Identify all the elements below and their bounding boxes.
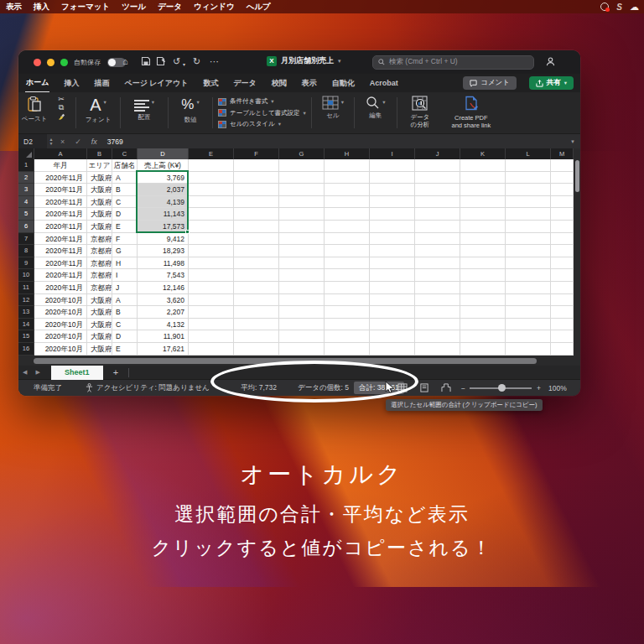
cell[interactable]: 大阪府 (87, 196, 112, 209)
cell[interactable]: 2020年11月 (34, 257, 87, 270)
cell[interactable] (506, 233, 551, 246)
cell[interactable] (325, 208, 370, 221)
analyze-data-button[interactable]: データの分析 (401, 92, 439, 133)
cell[interactable]: 大阪府 (87, 294, 112, 307)
cell[interactable] (189, 208, 234, 221)
paste-button[interactable]: ペースト (18, 92, 50, 133)
cell[interactable] (551, 184, 574, 196)
cut-icon[interactable]: ✂ (58, 95, 65, 103)
cell[interactable] (234, 221, 279, 233)
cell[interactable] (234, 245, 279, 257)
cell[interactable] (325, 343, 370, 356)
name-box[interactable]: D2 (18, 134, 47, 149)
cell[interactable] (234, 306, 279, 319)
cell[interactable]: B (112, 306, 138, 319)
cell[interactable]: 7,543 (138, 269, 189, 282)
cell[interactable] (370, 196, 415, 209)
row-header-7[interactable]: 7 (18, 233, 34, 246)
cell[interactable] (415, 184, 460, 196)
cell[interactable] (506, 343, 551, 356)
cell[interactable] (506, 184, 551, 196)
cell[interactable] (415, 282, 460, 294)
zoom-level[interactable]: 100% (548, 380, 567, 396)
cell[interactable] (370, 159, 415, 172)
menu-item-フォーマット[interactable]: フォーマット (61, 2, 110, 13)
cell[interactable] (506, 159, 551, 172)
row-header-5[interactable]: 5 (18, 208, 34, 221)
insert-function-icon[interactable]: fx (91, 138, 97, 146)
cell[interactable] (325, 159, 370, 172)
cell[interactable] (460, 221, 506, 233)
tab-Acrobat[interactable]: Acrobat (369, 75, 399, 91)
cell[interactable]: 2020年10月 (34, 294, 87, 307)
menu-item-表示[interactable]: 表示 (6, 2, 22, 13)
cell[interactable]: 京都府 (87, 257, 112, 270)
cell[interactable] (279, 172, 325, 184)
s-app-icon[interactable]: S (616, 3, 622, 12)
cell[interactable]: D (112, 208, 138, 221)
cell[interactable] (279, 282, 325, 294)
undo-chevron-icon[interactable]: ▾ (183, 59, 185, 70)
cell[interactable]: 2020年11月 (34, 282, 87, 294)
cell[interactable] (460, 159, 506, 172)
cell[interactable] (279, 319, 325, 331)
cell[interactable] (551, 319, 574, 331)
cell[interactable] (506, 306, 551, 319)
share-button[interactable]: 共有 ▾ (529, 76, 574, 90)
column-header-C[interactable]: C (112, 148, 138, 159)
confirm-entry-icon[interactable]: ✓ (75, 138, 81, 146)
cell[interactable] (370, 172, 415, 184)
row-header-2[interactable]: 2 (18, 172, 34, 184)
cell[interactable] (370, 330, 415, 343)
column-header-L[interactable]: L (506, 148, 551, 159)
cell[interactable]: 2020年11月 (34, 221, 87, 233)
cell[interactable] (551, 282, 574, 294)
cell[interactable]: E (112, 343, 138, 356)
cell[interactable] (370, 319, 415, 331)
zoom-slider-thumb[interactable] (498, 384, 506, 392)
column-header-A[interactable]: A (34, 148, 87, 159)
cell[interactable]: 2,037 (138, 184, 189, 196)
cell[interactable] (460, 172, 506, 184)
cell[interactable] (551, 257, 574, 270)
cell[interactable]: 2,207 (138, 306, 189, 319)
cell[interactable]: 2020年11月 (34, 269, 87, 282)
accessibility-status[interactable]: アクセシビリティ: 問題ありません (86, 380, 210, 396)
cell[interactable]: J (112, 282, 138, 294)
cell[interactable] (279, 306, 325, 319)
copy-icon[interactable]: ⧉ (59, 103, 64, 112)
format-painter-icon[interactable] (57, 112, 66, 121)
cell[interactable] (370, 233, 415, 246)
cancel-entry-icon[interactable]: × (60, 138, 65, 146)
minimize-button[interactable] (47, 59, 55, 66)
number-group-button[interactable]: % ▾ 数値 (172, 92, 209, 133)
cell[interactable] (189, 306, 234, 319)
cell[interactable] (325, 269, 370, 282)
cell[interactable] (234, 208, 279, 221)
cell[interactable]: 京都府 (87, 233, 112, 246)
cell[interactable] (279, 184, 325, 196)
column-header-J[interactable]: J (415, 148, 460, 159)
cell[interactable] (415, 196, 460, 209)
row-header-10[interactable]: 10 (18, 269, 34, 282)
row-header-14[interactable]: 14 (18, 319, 34, 331)
cell[interactable] (551, 245, 574, 257)
cell[interactable] (189, 319, 234, 331)
cell[interactable]: 大阪府 (87, 221, 112, 233)
cell[interactable] (551, 221, 574, 233)
cell[interactable] (506, 257, 551, 270)
cell[interactable] (460, 343, 506, 356)
cell[interactable]: 17,621 (138, 343, 189, 356)
row-header-6[interactable]: 6 (18, 221, 34, 233)
cell[interactable]: 11,498 (138, 257, 189, 270)
cell[interactable] (551, 208, 574, 221)
cell[interactable] (234, 172, 279, 184)
cell[interactable] (234, 257, 279, 270)
save-as-icon[interactable] (156, 56, 167, 66)
cell[interactable] (325, 282, 370, 294)
cell[interactable]: 3,769 (138, 172, 189, 184)
cell[interactable] (234, 196, 279, 209)
cell[interactable]: 2020年11月 (34, 196, 87, 209)
cell[interactable]: 店舗名 (112, 159, 138, 172)
cell[interactable] (551, 269, 574, 282)
